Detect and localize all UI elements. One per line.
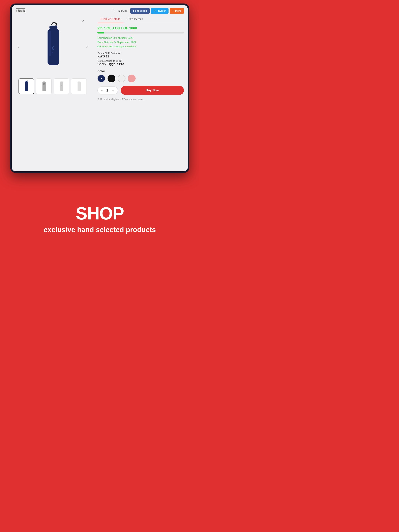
twitter-button[interactable]: 🐦 Twitter [151,8,169,14]
content-area: ‹ [12,15,188,171]
thumbnail-row: S [19,78,87,94]
color-label: Color [97,69,184,73]
more-button[interactable]: + More [170,8,184,14]
draw-date: Draw Date on 04 September, 2022 [97,40,184,44]
svg-rect-4 [26,81,28,82]
left-panel: ‹ [12,15,94,171]
thumbnail-2[interactable] [36,78,52,94]
right-panel: Product Details Prize Details 235 SOLD O… [94,15,188,171]
facebook-icon: f [133,9,134,12]
color-swatch-white[interactable] [118,75,125,82]
more-label: More [175,9,181,12]
facebook-label: Facebook [135,9,147,12]
color-swatch-pink[interactable] [128,75,135,82]
progress-bar [97,32,184,33]
social-buttons: f Facebook 🐦 Twitter + More [130,8,184,14]
tab-product-details[interactable]: Product Details [97,15,123,23]
check-icon: ✓ [100,77,103,80]
svg-rect-10 [77,82,81,91]
svg-rect-5 [25,82,28,91]
color-section: Color ✓ [97,69,184,82]
plus-icon: + [172,9,174,12]
next-image-button[interactable]: › [86,44,88,49]
thumbnail-3[interactable]: S [54,78,69,94]
win-info: Get a chance to WIN: Chery Tiggo 7 Pro [97,59,184,66]
progress-fill [97,32,104,33]
top-bar: ‹ Back ♡ SHARE f Facebook 🐦 Twitter [12,5,188,15]
svg-point-7 [43,82,45,85]
thumbnail-1[interactable] [19,78,34,94]
description-preview: SUP provides high-end FDA approved water… [97,98,184,101]
share-label: SHARE [118,9,128,13]
chevron-left-icon: ‹ [16,9,17,13]
back-label: Back [18,9,25,13]
product-image [35,21,70,72]
share-area: ♡ SHARE f Facebook 🐦 Twitter + More [112,8,184,14]
quantity-value: 1 [105,89,109,93]
back-button[interactable]: ‹ Back [16,8,25,13]
heart-icon[interactable]: ♡ [112,8,116,13]
tablet-screen: ‹ Back ♡ SHARE f Facebook 🐦 Twitter [12,5,188,171]
twitter-label: Twitter [158,9,166,12]
buy-price: KWD 12 [97,55,184,58]
launch-info: Launched on 20 February, 2022 Draw Date … [97,36,184,49]
tab-prize-details[interactable]: Prize Details [123,15,146,23]
shop-subtitle: exclusive hand selected products [44,225,156,234]
prev-image-button[interactable]: ‹ [18,44,19,49]
sold-out-text: 235 SOLD OUT OF 3000 [97,26,184,30]
shop-title: SHOP [76,205,124,222]
svg-rect-0 [50,26,58,29]
tabs: Product Details Prize Details [97,15,184,23]
buy-info: Buy a SUP Bottle for: KWD 12 [97,52,184,58]
buy-label: Buy a SUP Bottle for: [97,52,184,55]
main-image-container: ‹ [19,17,86,76]
win-prize: Chery Tiggo 7 Pro [97,62,184,66]
quantity-plus-button[interactable]: + [112,89,114,92]
svg-point-3 [52,52,53,53]
thumbnail-4[interactable] [71,78,87,94]
tablet-device: ‹ Back ♡ SHARE f Facebook 🐦 Twitter [10,4,189,173]
quantity-minus-button[interactable]: - [101,89,103,92]
color-swatch-black[interactable] [108,75,115,82]
buy-now-button[interactable]: Buy Now [121,86,184,95]
facebook-button[interactable]: f Facebook [130,8,150,14]
svg-text:S: S [61,85,62,88]
quantity-control: - 1 + [97,86,118,95]
twitter-icon: 🐦 [154,9,157,12]
color-options: ✓ [97,75,184,82]
expand-icon[interactable]: ⤢ [81,19,84,23]
svg-rect-2 [49,31,51,56]
bottom-section: SHOP exclusive hand selected products [40,173,160,266]
purchase-row: - 1 + Buy Now [97,86,184,95]
color-swatch-navy[interactable]: ✓ [97,75,105,82]
win-label: Get a chance to WIN: [97,59,184,62]
launch-date: Launched on 20 February, 2022 [97,36,184,40]
sold-out-condition: OR when the campaign is sold out [97,44,184,49]
